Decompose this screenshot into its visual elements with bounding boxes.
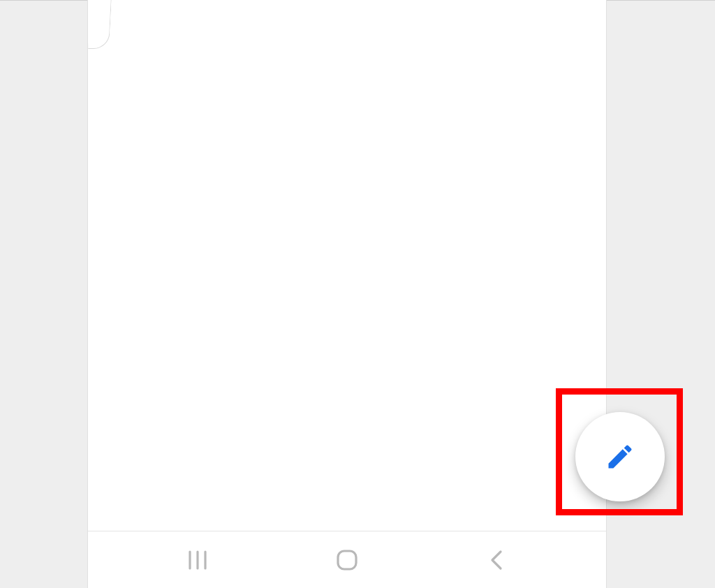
system-nav-bar (88, 531, 606, 588)
nav-recents-button[interactable] (177, 539, 219, 581)
recents-icon (186, 550, 209, 571)
device-frame (87, 0, 607, 588)
content-area (88, 0, 606, 531)
compose-fab-wrapper (566, 402, 675, 511)
compose-fab[interactable] (575, 412, 665, 501)
chat-bubble-tail (88, 0, 112, 49)
nav-back-button[interactable] (476, 539, 517, 581)
back-icon (488, 550, 505, 571)
home-icon (335, 548, 359, 572)
pencil-icon (605, 441, 635, 472)
nav-home-button[interactable] (326, 539, 368, 581)
svg-rect-3 (338, 551, 356, 569)
